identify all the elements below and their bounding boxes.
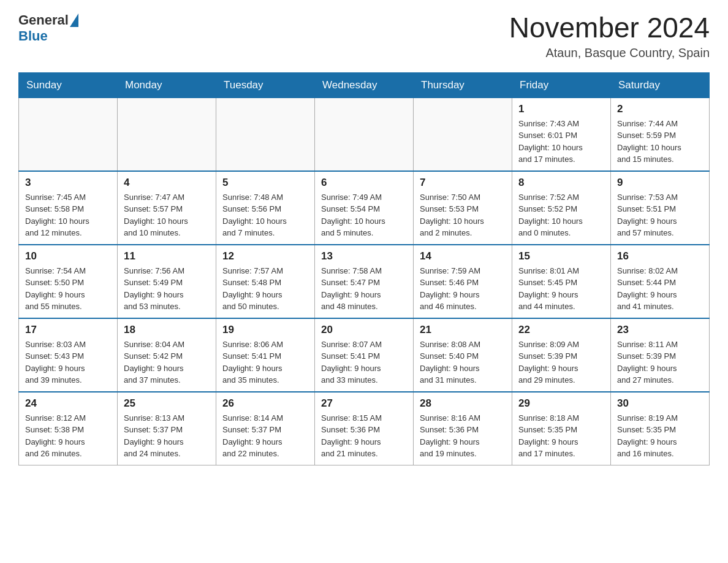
calendar-cell <box>216 98 315 171</box>
calendar-cell: 7Sunrise: 7:50 AMSunset: 5:53 PMDaylight… <box>414 171 512 245</box>
logo-triangle-icon <box>70 13 78 27</box>
day-info: Sunrise: 7:57 AMSunset: 5:48 PMDaylight:… <box>222 265 308 313</box>
day-number: 12 <box>222 250 308 262</box>
calendar-cell: 29Sunrise: 8:18 AMSunset: 5:35 PMDayligh… <box>512 392 611 465</box>
calendar-cell: 19Sunrise: 8:06 AMSunset: 5:41 PMDayligh… <box>216 318 315 392</box>
day-info: Sunrise: 8:19 AMSunset: 5:35 PMDaylight:… <box>617 412 703 460</box>
calendar-cell: 28Sunrise: 8:16 AMSunset: 5:36 PMDayligh… <box>414 392 512 465</box>
day-info: Sunrise: 7:53 AMSunset: 5:51 PMDaylight:… <box>617 191 703 239</box>
day-info: Sunrise: 7:49 AMSunset: 5:54 PMDaylight:… <box>321 191 407 239</box>
day-info: Sunrise: 7:52 AMSunset: 5:52 PMDaylight:… <box>518 191 604 239</box>
day-info: Sunrise: 8:01 AMSunset: 5:45 PMDaylight:… <box>518 265 604 313</box>
calendar-cell: 21Sunrise: 8:08 AMSunset: 5:40 PMDayligh… <box>414 318 512 392</box>
day-info: Sunrise: 8:03 AMSunset: 5:43 PMDaylight:… <box>25 339 111 386</box>
calendar-cell: 17Sunrise: 8:03 AMSunset: 5:43 PMDayligh… <box>19 318 118 392</box>
day-info: Sunrise: 8:11 AMSunset: 5:39 PMDaylight:… <box>617 339 703 386</box>
calendar-cell <box>315 98 414 171</box>
calendar-cell: 14Sunrise: 7:59 AMSunset: 5:46 PMDayligh… <box>414 245 512 318</box>
day-info: Sunrise: 7:48 AMSunset: 5:56 PMDaylight:… <box>222 191 308 239</box>
calendar-header-row: SundayMondayTuesdayWednesdayThursdayFrid… <box>19 72 710 98</box>
calendar-cell: 30Sunrise: 8:19 AMSunset: 5:35 PMDayligh… <box>611 392 710 465</box>
day-number: 14 <box>420 250 506 262</box>
day-number: 28 <box>420 397 506 410</box>
calendar-cell <box>19 98 118 171</box>
day-info: Sunrise: 8:07 AMSunset: 5:41 PMDaylight:… <box>321 339 407 386</box>
day-info: Sunrise: 8:09 AMSunset: 5:39 PMDaylight:… <box>518 339 604 386</box>
day-number: 20 <box>321 324 407 336</box>
column-header-sunday: Sunday <box>19 72 118 98</box>
calendar-cell <box>118 98 216 171</box>
day-number: 7 <box>420 177 506 189</box>
title-section: November 2024 Ataun, Basque Country, Spa… <box>509 12 710 60</box>
calendar-cell: 15Sunrise: 8:01 AMSunset: 5:45 PMDayligh… <box>512 245 611 318</box>
day-number: 3 <box>25 177 111 189</box>
logo-text-blue: Blue <box>18 28 48 44</box>
day-number: 8 <box>518 177 604 189</box>
day-info: Sunrise: 8:13 AMSunset: 5:37 PMDaylight:… <box>124 412 210 460</box>
page-header: General Blue November 2024 Ataun, Basque… <box>18 12 710 60</box>
day-number: 10 <box>25 250 111 262</box>
day-number: 4 <box>124 177 210 189</box>
day-info: Sunrise: 8:16 AMSunset: 5:36 PMDaylight:… <box>420 412 506 460</box>
week-row-4: 17Sunrise: 8:03 AMSunset: 5:43 PMDayligh… <box>19 318 710 392</box>
calendar-cell: 2Sunrise: 7:44 AMSunset: 5:59 PMDaylight… <box>611 98 710 171</box>
week-row-5: 24Sunrise: 8:12 AMSunset: 5:38 PMDayligh… <box>19 392 710 465</box>
calendar-cell <box>414 98 512 171</box>
calendar-cell: 22Sunrise: 8:09 AMSunset: 5:39 PMDayligh… <box>512 318 611 392</box>
day-number: 30 <box>617 397 703 410</box>
week-row-3: 10Sunrise: 7:54 AMSunset: 5:50 PMDayligh… <box>19 245 710 318</box>
column-header-tuesday: Tuesday <box>216 72 315 98</box>
day-info: Sunrise: 7:45 AMSunset: 5:58 PMDaylight:… <box>25 191 111 239</box>
day-number: 29 <box>518 397 604 410</box>
day-info: Sunrise: 7:50 AMSunset: 5:53 PMDaylight:… <box>420 191 506 239</box>
calendar-cell: 1Sunrise: 7:43 AMSunset: 6:01 PMDaylight… <box>512 98 611 171</box>
calendar-cell: 13Sunrise: 7:58 AMSunset: 5:47 PMDayligh… <box>315 245 414 318</box>
calendar-table: SundayMondayTuesdayWednesdayThursdayFrid… <box>18 72 710 465</box>
calendar-cell: 23Sunrise: 8:11 AMSunset: 5:39 PMDayligh… <box>611 318 710 392</box>
calendar-cell: 9Sunrise: 7:53 AMSunset: 5:51 PMDaylight… <box>611 171 710 245</box>
day-info: Sunrise: 8:02 AMSunset: 5:44 PMDaylight:… <box>617 265 703 313</box>
day-info: Sunrise: 8:18 AMSunset: 5:35 PMDaylight:… <box>518 412 604 460</box>
calendar-cell: 8Sunrise: 7:52 AMSunset: 5:52 PMDaylight… <box>512 171 611 245</box>
day-number: 24 <box>25 397 111 410</box>
day-number: 22 <box>518 324 604 336</box>
calendar-cell: 6Sunrise: 7:49 AMSunset: 5:54 PMDaylight… <box>315 171 414 245</box>
month-title: November 2024 <box>509 12 710 44</box>
day-number: 13 <box>321 250 407 262</box>
day-info: Sunrise: 8:14 AMSunset: 5:37 PMDaylight:… <box>222 412 308 460</box>
column-header-monday: Monday <box>118 72 216 98</box>
day-number: 9 <box>617 177 703 189</box>
day-number: 17 <box>25 324 111 336</box>
calendar-cell: 25Sunrise: 8:13 AMSunset: 5:37 PMDayligh… <box>118 392 216 465</box>
day-info: Sunrise: 8:15 AMSunset: 5:36 PMDaylight:… <box>321 412 407 460</box>
calendar-cell: 12Sunrise: 7:57 AMSunset: 5:48 PMDayligh… <box>216 245 315 318</box>
day-info: Sunrise: 8:04 AMSunset: 5:42 PMDaylight:… <box>124 339 210 386</box>
day-info: Sunrise: 7:54 AMSunset: 5:50 PMDaylight:… <box>25 265 111 313</box>
calendar-cell: 16Sunrise: 8:02 AMSunset: 5:44 PMDayligh… <box>611 245 710 318</box>
week-row-2: 3Sunrise: 7:45 AMSunset: 5:58 PMDaylight… <box>19 171 710 245</box>
day-info: Sunrise: 7:59 AMSunset: 5:46 PMDaylight:… <box>420 265 506 313</box>
calendar-cell: 27Sunrise: 8:15 AMSunset: 5:36 PMDayligh… <box>315 392 414 465</box>
column-header-wednesday: Wednesday <box>315 72 414 98</box>
logo: General Blue <box>18 12 78 44</box>
day-info: Sunrise: 7:56 AMSunset: 5:49 PMDaylight:… <box>124 265 210 313</box>
calendar-cell: 18Sunrise: 8:04 AMSunset: 5:42 PMDayligh… <box>118 318 216 392</box>
day-number: 18 <box>124 324 210 336</box>
day-number: 25 <box>124 397 210 410</box>
day-number: 19 <box>222 324 308 336</box>
day-info: Sunrise: 8:12 AMSunset: 5:38 PMDaylight:… <box>25 412 111 460</box>
calendar-cell: 10Sunrise: 7:54 AMSunset: 5:50 PMDayligh… <box>19 245 118 318</box>
day-info: Sunrise: 7:58 AMSunset: 5:47 PMDaylight:… <box>321 265 407 313</box>
calendar-cell: 20Sunrise: 8:07 AMSunset: 5:41 PMDayligh… <box>315 318 414 392</box>
calendar-cell: 26Sunrise: 8:14 AMSunset: 5:37 PMDayligh… <box>216 392 315 465</box>
calendar-cell: 24Sunrise: 8:12 AMSunset: 5:38 PMDayligh… <box>19 392 118 465</box>
day-number: 2 <box>617 103 703 115</box>
column-header-friday: Friday <box>512 72 611 98</box>
day-number: 1 <box>518 103 604 115</box>
day-number: 26 <box>222 397 308 410</box>
column-header-saturday: Saturday <box>611 72 710 98</box>
logo-text-general: General <box>18 12 69 28</box>
day-number: 21 <box>420 324 506 336</box>
calendar-cell: 3Sunrise: 7:45 AMSunset: 5:58 PMDaylight… <box>19 171 118 245</box>
day-info: Sunrise: 8:08 AMSunset: 5:40 PMDaylight:… <box>420 339 506 386</box>
